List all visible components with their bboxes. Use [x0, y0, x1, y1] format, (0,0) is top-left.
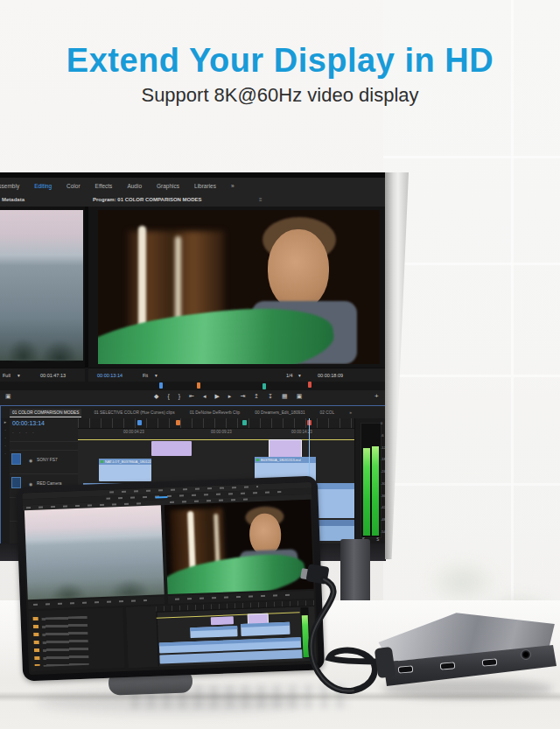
- transport-button[interactable]: ▶: [214, 393, 219, 400]
- ruler-marker-blue: [137, 420, 142, 425]
- tablet-screen: [22, 482, 318, 676]
- fx-badge: [256, 459, 259, 461]
- transport-button[interactable]: ▸: [228, 393, 232, 400]
- usb-c-port: [398, 665, 414, 673]
- workspace-tab[interactable]: Graphics: [155, 183, 181, 189]
- db-label: 0: [381, 422, 386, 425]
- beach-plants: [0, 320, 83, 361]
- tablet-timeline: [126, 600, 316, 668]
- transport-button[interactable]: {: [167, 393, 169, 400]
- program-video: [98, 210, 380, 364]
- transport-button[interactable]: ↧: [268, 393, 273, 400]
- transport-buttons: ◆{}⇤◂▶▸⇥↥↧▦▣: [154, 393, 302, 400]
- usb-c-port: [482, 658, 498, 666]
- audio-meters: [360, 423, 382, 538]
- workspace-tab[interactable]: »: [229, 183, 236, 189]
- timeline-header-icons: ····: [12, 430, 39, 435]
- timeline-tab[interactable]: 02 COL: [318, 409, 338, 417]
- workspace-tab[interactable]: Assembly: [0, 183, 21, 189]
- program-zoom-select[interactable]: 1/4: [286, 373, 293, 378]
- db-label: -24: [381, 470, 386, 473]
- timeline-timecode: 00:00:13:14: [12, 420, 45, 426]
- timeline-tab[interactable]: 01 DeNoise DeReverb Clip: [187, 409, 243, 417]
- chevron-down-icon: ▾: [155, 373, 158, 378]
- timeline-tab[interactable]: 00 Dreamers_Edit_180931: [252, 409, 307, 417]
- workspace-tab[interactable]: Editing: [32, 183, 53, 189]
- button-editor-plus-icon[interactable]: +: [374, 392, 379, 400]
- timeline-tab[interactable]: 01 COLOR COMPARISON MODES: [10, 409, 81, 417]
- db-label: -6: [381, 434, 386, 438]
- marker-teal: [262, 383, 266, 389]
- meter-db-scale: 0-6-12-18-24-30-36-42-48-54: [381, 422, 386, 534]
- workspace-tab[interactable]: Libraries: [192, 183, 218, 189]
- clip-name: B037860A_18031313.mxf: [261, 458, 301, 462]
- panel-menu-icon[interactable]: ≡: [259, 197, 262, 202]
- db-label: -30: [381, 482, 386, 486]
- chevron-down-icon: ▾: [18, 373, 20, 378]
- transport-button[interactable]: ▣: [297, 393, 303, 400]
- program-panel-title: Program: 01 COLOR COMPARISON MODES: [93, 197, 202, 202]
- track-patch[interactable]: [11, 453, 21, 465]
- transport-button[interactable]: }: [178, 393, 180, 400]
- marker-blue: [159, 382, 163, 389]
- audio-clip[interactable]: NAT-LOT_B037860A_180122: [99, 459, 151, 481]
- source-monitor-panel: [0, 207, 85, 368]
- program-timecode: 00:00:13:14: [97, 373, 122, 378]
- tablet-program-video: [164, 500, 314, 594]
- clip-name: NAT-LOT_B037860A_180122: [105, 459, 151, 464]
- program-fit-select[interactable]: Fit: [143, 373, 148, 378]
- tablet-device: [16, 475, 325, 681]
- eye-icon[interactable]: ◉: [29, 458, 32, 463]
- audio-jack-port: [521, 649, 531, 660]
- track-patch[interactable]: [11, 477, 21, 488]
- tablet-track-headers: [126, 606, 159, 668]
- workspace-tabbar: AssemblyEditingColorEffectsAudioGraphics…: [0, 178, 386, 194]
- marker-red: [308, 382, 312, 388]
- light-tube: [175, 236, 181, 324]
- video-clip-purple[interactable]: [151, 441, 192, 456]
- tab-metadata[interactable]: Metadata: [2, 197, 24, 202]
- tablet-folder-icons: [33, 617, 40, 666]
- workspace-tab[interactable]: Effects: [94, 183, 115, 189]
- tablet-clip-blue: [190, 626, 237, 638]
- audio-meter-panel: 0-6-12-18-24-30-36-42-48-54 S S: [354, 418, 386, 543]
- tablet-control-icons: [33, 599, 147, 606]
- tablet-audio-meter: [300, 607, 310, 658]
- transport-button[interactable]: ▦: [282, 393, 288, 400]
- timeline-ruler[interactable]: [78, 418, 354, 429]
- source-video-beach: [0, 210, 83, 361]
- usb-c-port: [440, 662, 456, 669]
- opacity-rubber-band[interactable]: [78, 439, 354, 440]
- video-clip-purple-selected[interactable]: [269, 439, 302, 459]
- panel-header-row: Metadata Program: 01 COLOR COMPARISON MO…: [0, 193, 386, 207]
- ruler-time: 00:00:09:23: [211, 430, 232, 434]
- ruler-time: 00:00:04:23: [123, 430, 144, 434]
- timeline-tab[interactable]: »: [346, 409, 354, 417]
- product-marketing-image: Extend Your Display in HD Support 8K@60H…: [0, 0, 560, 729]
- track-name: SONY FS7: [37, 458, 58, 462]
- export-frame-icon[interactable]: ▣: [5, 393, 43, 400]
- db-label: -42: [381, 506, 386, 509]
- transport-button[interactable]: ⇥: [240, 393, 245, 400]
- program-monitor-panel: [88, 207, 386, 368]
- tablet-project-panel: [28, 607, 125, 671]
- transport-button[interactable]: ◆: [154, 393, 158, 400]
- timeline-tabbar: 01 COLOR COMPARISON MODES01 SELECTIVE CO…: [10, 407, 377, 418]
- tablet-clip-blue: [241, 622, 290, 636]
- man-face: [268, 229, 329, 310]
- marker-orange: [197, 382, 200, 389]
- transport-button[interactable]: ◂: [203, 393, 206, 400]
- transport-button[interactable]: ↥: [254, 393, 259, 400]
- workspace-tab[interactable]: Audio: [125, 183, 144, 189]
- workspace-tab[interactable]: Color: [65, 183, 82, 189]
- program-controls: 00:00:13:14 Fit ▾ 1/4 ▾ 00:00:18:09: [88, 368, 386, 382]
- source-zoom-select[interactable]: Full: [3, 373, 10, 378]
- program-duration: 00:00:18:09: [318, 373, 343, 378]
- transport-button[interactable]: ⇤: [189, 393, 194, 400]
- timeline-tab[interactable]: 01 SELECTIVE COLOR (Hue Curves) clips: [91, 409, 177, 417]
- source-controls: Full ▾ 00:01:47:13: [0, 368, 85, 382]
- track-v1: ◉ SONY FS7: [10, 450, 78, 474]
- tablet-active-tab-indicator: [155, 496, 167, 499]
- ruler-marker-teal: [242, 420, 247, 425]
- page-subtitle: Support 8K@60Hz video display: [0, 84, 560, 107]
